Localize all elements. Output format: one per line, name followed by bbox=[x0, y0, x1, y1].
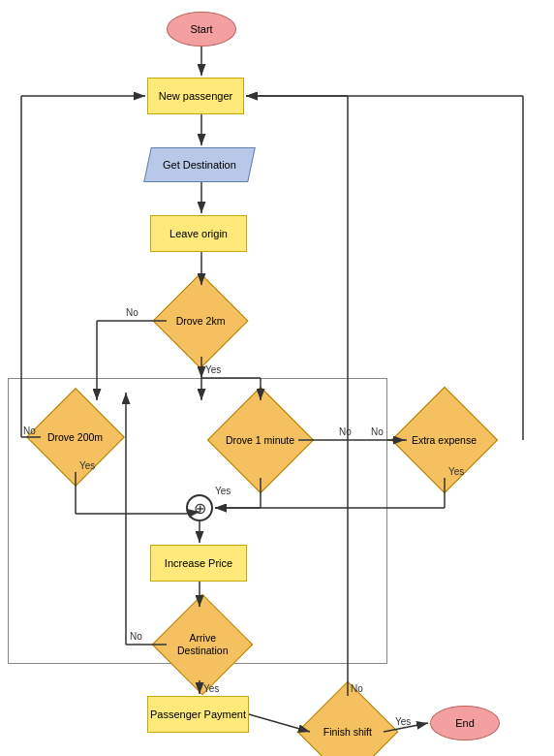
flowchart: Start New passenger Get Destination Leav… bbox=[0, 0, 554, 756]
svg-text:No: No bbox=[126, 307, 138, 318]
drove-2km-node: Drove 2km bbox=[153, 273, 249, 369]
svg-text:Yes: Yes bbox=[395, 716, 411, 727]
increase-price-node: Increase Price bbox=[150, 545, 247, 582]
end-label: End bbox=[455, 717, 475, 729]
get-destination-node: Get Destination bbox=[143, 147, 256, 182]
drove-1min-label: Drove 1 minute bbox=[226, 434, 294, 447]
new-passenger-node: New passenger bbox=[147, 78, 244, 114]
extra-expense-node: Extra expense bbox=[391, 387, 498, 493]
end-node: End bbox=[430, 706, 500, 740]
finish-shift-label: Finish shift bbox=[323, 726, 372, 739]
drove-2km-label: Drove 2km bbox=[176, 315, 226, 328]
merge-circle: ⊕ bbox=[186, 494, 213, 521]
arrive-dest-label: Arrive Destination bbox=[168, 632, 237, 656]
new-passenger-label: New passenger bbox=[159, 90, 232, 102]
increase-price-label: Increase Price bbox=[165, 557, 232, 569]
leave-origin-label: Leave origin bbox=[169, 228, 228, 239]
extra-expense-label: Extra expense bbox=[412, 434, 477, 447]
passenger-payment-node: Passenger Payment bbox=[147, 696, 249, 733]
svg-text:Yes: Yes bbox=[205, 364, 221, 375]
drove-200m-label: Drove 200m bbox=[47, 431, 103, 444]
start-node: Start bbox=[167, 12, 236, 47]
finish-shift-node: Finish shift bbox=[297, 681, 399, 756]
leave-origin-node: Leave origin bbox=[150, 215, 247, 252]
start-label: Start bbox=[190, 23, 212, 35]
passenger-payment-label: Passenger Payment bbox=[150, 709, 246, 720]
get-destination-label: Get Destination bbox=[163, 159, 236, 171]
